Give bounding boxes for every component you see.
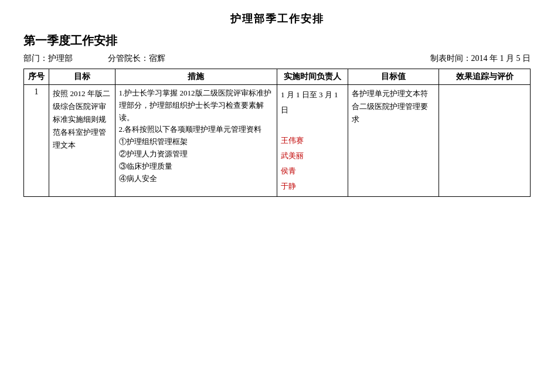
person-4: 于静 <box>281 182 296 190</box>
cell-time-person: 1 月 1 日至 3 月 1 日 王伟赛 武美丽 侯青 于静 <box>277 85 348 197</box>
section-title: 第一季度工作安排 <box>23 33 531 49</box>
date-info: 制表时间：2014 年 1 月 5 日 <box>430 53 531 64</box>
department-info: 部门：护理部 <box>23 53 73 64</box>
measure-sub-3: ③临床护理质量 <box>119 162 172 171</box>
cell-effect <box>439 85 531 197</box>
header-seq: 序号 <box>24 69 49 85</box>
date-label: 制表时间： <box>430 54 471 63</box>
time-range: 1 月 1 日至 3 月 1 日 <box>281 90 338 114</box>
manager-label: 分管院长： <box>108 54 149 63</box>
date-value: 2014 年 1 月 5 日 <box>471 54 531 63</box>
cell-measures: 1.护士长学习掌握 2012版二级医院评审标准护理部分，护理部组织护士长学习检查… <box>115 85 277 197</box>
cell-target: 按照 2012 年版二级综合医院评审标准实施细则规范各科室护理管理文本 <box>49 85 115 197</box>
table-header-row: 序号 目标 措施 实施时间负责人 目标值 效果追踪与评价 <box>24 69 531 85</box>
measure-sub-1: ①护理组织管理框架 <box>119 137 188 146</box>
department-label: 部门： <box>23 54 48 63</box>
measure-sub-4: ④病人安全 <box>119 174 157 183</box>
measure-item-2: 2.各科按照以下各项顺理护理单元管理资料 <box>119 125 262 134</box>
header-target: 目标 <box>49 69 115 85</box>
person-2: 武美丽 <box>281 151 304 160</box>
person-1: 王伟赛 <box>281 136 304 145</box>
department-value: 护理部 <box>48 54 73 63</box>
person-3: 侯青 <box>281 166 296 175</box>
measure-sub-2: ②护理人力资源管理 <box>119 149 188 158</box>
manager-info: 分管院长：宿辉 <box>108 53 165 64</box>
header-measures: 措施 <box>115 69 277 85</box>
header-target-val: 目标值 <box>348 69 439 85</box>
main-title: 护理部季工作安排 <box>23 12 531 26</box>
work-table: 序号 目标 措施 实施时间负责人 目标值 效果追踪与评价 1 按照 2012 年… <box>23 69 531 197</box>
cell-seq: 1 <box>24 85 49 197</box>
measure-item-1: 1.护士长学习掌握 2012版二级医院评审标准护理部分，护理部组织护士长学习检查… <box>119 88 271 122</box>
table-row: 1 按照 2012 年版二级综合医院评审标准实施细则规范各科室护理管理文本 1.… <box>24 85 531 197</box>
header-effect: 效果追踪与评价 <box>439 69 531 85</box>
header-time-person: 实施时间负责人 <box>277 69 348 85</box>
info-row: 部门：护理部 分管院长：宿辉 制表时间：2014 年 1 月 5 日 <box>23 53 531 64</box>
manager-value: 宿辉 <box>149 54 165 63</box>
cell-target-val: 各护理单元护理文本符合二级医院护理管理要求 <box>348 85 439 197</box>
